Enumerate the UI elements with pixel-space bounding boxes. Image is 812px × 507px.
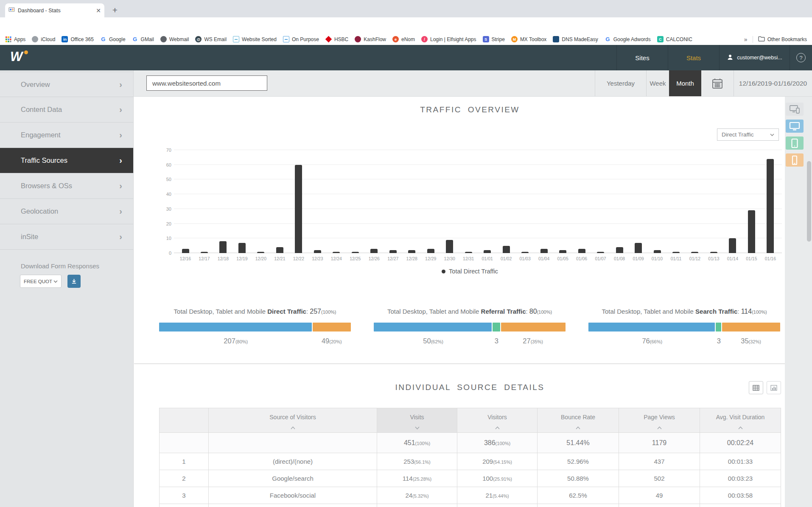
date-range[interactable]: 12/16/2019-01/16/2020 bbox=[734, 70, 812, 96]
table-row[interactable]: 3Facebook/social24(5.32%)21(5.44%)62.5%4… bbox=[160, 487, 781, 504]
individual-source-details-title: INDIVIDUAL SOURCE DETAILS bbox=[159, 383, 781, 392]
bookmark-item[interactable]: /Login | Elfsight Apps bbox=[421, 36, 476, 42]
table-row[interactable] bbox=[160, 504, 781, 507]
calendar-button[interactable] bbox=[701, 70, 734, 96]
desktop-filter-button[interactable] bbox=[786, 120, 804, 133]
browser-tab[interactable]: Dashboard - Stats ✕ bbox=[5, 3, 104, 17]
bookmarks-overflow-icon[interactable]: » bbox=[744, 36, 748, 43]
sidebar-item-engagement[interactable]: Engagement› bbox=[0, 123, 133, 148]
bar-01/01[interactable] bbox=[484, 250, 491, 253]
traffic-type-select[interactable]: Direct Traffic bbox=[717, 128, 779, 141]
chart-view-button[interactable] bbox=[767, 381, 781, 394]
bookmark-item[interactable]: SStripe bbox=[483, 36, 505, 42]
bookmark-item[interactable]: GGMail bbox=[132, 36, 154, 42]
bar-12/20[interactable] bbox=[257, 252, 264, 253]
bar-12/19[interactable] bbox=[238, 243, 246, 253]
bookmark-item[interactable]: On Purpose bbox=[283, 36, 319, 42]
bookmark-item[interactable]: GGoogle Adwords bbox=[605, 36, 651, 42]
bookmark-item[interactable]: HSBC bbox=[325, 36, 348, 42]
nav-stats[interactable]: Stats bbox=[668, 45, 719, 70]
nav-account[interactable]: customer@websi... bbox=[719, 45, 790, 70]
bar-12/21[interactable] bbox=[276, 247, 283, 253]
stripe-favicon-icon: S bbox=[483, 36, 489, 42]
site-url-input[interactable] bbox=[146, 75, 267, 91]
column-header-index[interactable] bbox=[160, 408, 209, 433]
column-header-visits[interactable]: Visits bbox=[377, 408, 457, 433]
bar-01/03[interactable] bbox=[521, 252, 529, 253]
all-devices-filter-button[interactable] bbox=[786, 103, 804, 116]
bookmark-item[interactable]: KashFlow bbox=[355, 36, 386, 42]
table-view-button[interactable] bbox=[749, 381, 763, 394]
sidebar-item-overview[interactable]: Overview› bbox=[0, 72, 133, 97]
bar-01/02[interactable] bbox=[503, 246, 510, 253]
column-header-page-views[interactable]: Page Views bbox=[619, 408, 700, 433]
column-header-visitors[interactable]: Visitors bbox=[457, 408, 538, 433]
bar-12/22[interactable] bbox=[295, 165, 302, 253]
bar-01/13[interactable] bbox=[710, 252, 717, 253]
table-row[interactable]: 2Google/search114(25.28%)100(25.91%)50.8… bbox=[160, 470, 781, 487]
mobile-filter-button[interactable] bbox=[786, 153, 804, 167]
bar-12/24[interactable] bbox=[333, 252, 340, 253]
range-button-month[interactable]: Month bbox=[669, 70, 701, 96]
bar-01/06[interactable] bbox=[578, 249, 585, 253]
bar-12/23[interactable] bbox=[314, 250, 321, 253]
bar-12/27[interactable] bbox=[389, 250, 397, 253]
bar-01/12[interactable] bbox=[691, 252, 698, 253]
bookmark-item[interactable]: MMX Toolbox bbox=[511, 36, 546, 42]
other-bookmarks[interactable]: Other Bookmarks bbox=[758, 36, 807, 43]
bookmark-item[interactable]: Apps bbox=[5, 36, 25, 42]
bar-01/07[interactable] bbox=[597, 252, 604, 253]
bar-12/26[interactable] bbox=[370, 249, 378, 253]
tablet-filter-button[interactable] bbox=[786, 136, 804, 150]
column-header-bounce-rate[interactable]: Bounce Rate bbox=[538, 408, 619, 433]
bar-12/28[interactable] bbox=[408, 250, 415, 253]
sidebar-item-content-data[interactable]: Content Data› bbox=[0, 97, 133, 123]
bar-01/10[interactable] bbox=[654, 250, 661, 253]
nav-help[interactable]: ? bbox=[790, 45, 812, 70]
bar-01/04[interactable] bbox=[540, 249, 548, 253]
bookmark-item[interactable]: CCALCONIC bbox=[657, 36, 692, 42]
nav-sites[interactable]: Sites bbox=[616, 45, 668, 70]
bar-01/16[interactable] bbox=[767, 159, 774, 253]
bookmark-item[interactable]: Webmail bbox=[160, 36, 189, 42]
scrollbar-thumb[interactable] bbox=[807, 161, 811, 242]
range-button-yesterday[interactable]: Yesterday bbox=[595, 70, 646, 96]
bookmark-item[interactable]: DNS MadeEasy bbox=[553, 36, 598, 42]
x-axis-label: 12/18 bbox=[214, 256, 232, 261]
tab-close-icon[interactable]: ✕ bbox=[96, 8, 101, 14]
table-row[interactable]: 1(direct)/(none)253(56.1%)209(54.15%)52.… bbox=[160, 453, 781, 470]
column-header-source-of-visitors[interactable]: Source of Visitors bbox=[209, 408, 377, 433]
bar-12/18[interactable] bbox=[219, 241, 227, 253]
bar-12/31[interactable] bbox=[465, 252, 472, 253]
bookmark-item[interactable]: Website Sorted bbox=[233, 36, 277, 42]
download-button[interactable] bbox=[67, 275, 81, 288]
range-button-week[interactable]: Week bbox=[646, 70, 669, 96]
app-logo[interactable]: W bbox=[10, 49, 29, 66]
bar-01/15[interactable] bbox=[748, 210, 755, 253]
bar-12/25[interactable] bbox=[352, 252, 359, 253]
sidebar-item-geolocation[interactable]: Geolocation› bbox=[0, 199, 133, 224]
column-header-avg-visit-duration[interactable]: Avg. Visit Duration bbox=[700, 408, 781, 433]
bookmark-item[interactable]: iCloud bbox=[32, 36, 55, 42]
bar-01/08[interactable] bbox=[616, 247, 623, 253]
sidebar-item-browsers-oss[interactable]: Browsers & OSs› bbox=[0, 173, 133, 199]
bar-12/17[interactable] bbox=[201, 252, 208, 253]
bar-01/09[interactable] bbox=[635, 243, 642, 253]
bookmark-label: Login | Elfsight Apps bbox=[430, 36, 476, 42]
bookmark-item[interactable]: @WS Email bbox=[195, 36, 227, 42]
x-axis-label: 01/07 bbox=[591, 256, 610, 261]
bar-01/05[interactable] bbox=[559, 250, 566, 253]
bookmark-item[interactable]: inOffice 365 bbox=[62, 36, 93, 42]
bar-12/30[interactable] bbox=[446, 240, 453, 253]
bar-12/29[interactable] bbox=[427, 249, 434, 253]
sidebar-item-insite[interactable]: inSite› bbox=[0, 224, 133, 250]
sidebar-item-traffic-sources[interactable]: Traffic Sources› bbox=[0, 148, 133, 173]
x-axis-label: 12/30 bbox=[440, 256, 459, 261]
form-select[interactable]: FREE QUOT bbox=[20, 275, 62, 288]
bookmark-item[interactable]: eeNom bbox=[392, 36, 415, 42]
bar-12/16[interactable] bbox=[182, 249, 189, 253]
bar-01/11[interactable] bbox=[672, 252, 680, 253]
bar-01/14[interactable] bbox=[729, 238, 736, 253]
new-tab-button[interactable]: + bbox=[109, 4, 121, 17]
bookmark-item[interactable]: GGoogle bbox=[100, 36, 126, 42]
